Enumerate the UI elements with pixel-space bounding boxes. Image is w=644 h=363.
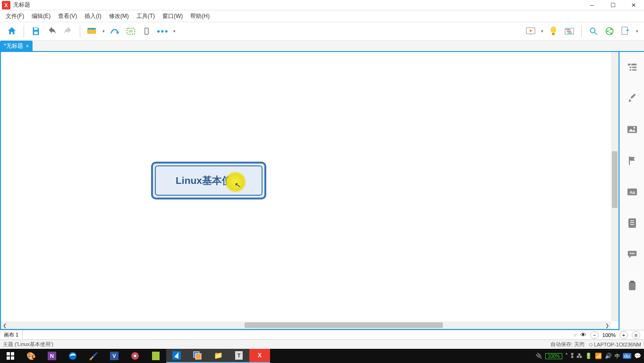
taskbar-app-onenote[interactable]: N	[42, 349, 62, 363]
wifi-icon[interactable]: 📶	[595, 353, 602, 359]
text-app-icon: T	[235, 351, 243, 360]
taskbar-app-paint[interactable]: 🎨	[21, 349, 42, 363]
taskbar-app-explorer[interactable]: 📁	[208, 349, 229, 363]
bluetooth-icon[interactable]: ⁑	[571, 353, 574, 359]
minimize-button[interactable]: ─	[582, 0, 602, 10]
tab-close-button[interactable]: ×	[26, 43, 29, 49]
svg-rect-61	[195, 354, 201, 359]
horizontal-scroll-thumb[interactable]	[245, 322, 443, 328]
volume-icon[interactable]: 🔊	[605, 353, 612, 359]
vertical-scrollbar[interactable]	[611, 52, 619, 321]
boundary-button[interactable]	[123, 23, 139, 39]
taskbar-app-xmind[interactable]: X	[249, 349, 270, 363]
more-dropdown[interactable]: ▾	[171, 29, 178, 34]
gantt-button[interactable]	[561, 23, 577, 39]
comments-panel-button[interactable]	[625, 247, 640, 262]
scroll-left-button[interactable]: ❮	[1, 323, 8, 328]
new-sheet-dropdown[interactable]: ▾	[100, 29, 107, 34]
menu-edit[interactable]: 编辑(E)	[28, 11, 54, 21]
svg-rect-48	[7, 356, 10, 360]
outline-icon	[627, 62, 637, 72]
status-selection: 主题 ('Linux基本使用')	[3, 341, 53, 348]
svg-rect-31	[627, 126, 636, 133]
summary-button[interactable]	[139, 23, 155, 39]
svg-rect-49	[11, 356, 14, 360]
close-button[interactable]: ✕	[623, 0, 644, 10]
save-button[interactable]	[28, 23, 44, 39]
format-panel-button[interactable]	[625, 91, 640, 106]
sheet-tab[interactable]: 画布 1	[0, 330, 23, 339]
taskbar-app-vmware[interactable]	[187, 349, 208, 363]
more-button[interactable]: •••	[155, 23, 171, 39]
taskbar-app-edge[interactable]	[62, 349, 83, 363]
notifications-icon[interactable]: 💬	[634, 353, 641, 359]
zoom-out-button[interactable]: −	[590, 331, 599, 339]
search-button[interactable]	[585, 23, 602, 39]
gantt-icon	[564, 27, 575, 35]
ime-indicator[interactable]: 中	[615, 353, 620, 360]
presentation-dropdown[interactable]: ▾	[539, 29, 545, 34]
status-bar: 主题 ('Linux基本使用') 自动保存: 关闭 LAPTOP-1OI236N…	[0, 339, 644, 349]
presentation-button[interactable]	[523, 23, 539, 39]
svg-text:N: N	[50, 353, 54, 359]
svg-text:X: X	[258, 352, 262, 359]
filter-icon[interactable]: ▿	[574, 332, 576, 338]
bluetooth2-icon[interactable]: ⁂	[576, 353, 582, 359]
svg-rect-1	[34, 32, 37, 35]
svg-point-16	[590, 28, 595, 33]
taskbar-app-visio[interactable]: V	[104, 349, 125, 363]
undo-icon	[47, 26, 57, 36]
home-button[interactable]	[4, 23, 20, 39]
menu-tools[interactable]: 工具(T)	[133, 11, 159, 21]
mindmap-canvas[interactable]: Linux基本使用 ↖	[1, 52, 611, 321]
vertical-scroll-thumb[interactable]	[612, 151, 618, 208]
undo-button[interactable]	[44, 23, 60, 39]
new-sheet-button[interactable]	[84, 23, 100, 39]
menu-window[interactable]: 窗口(W)	[159, 11, 186, 21]
taskbar-app-chrome[interactable]	[125, 349, 145, 363]
start-button[interactable]	[0, 349, 21, 363]
taskbar-app-mspaint[interactable]: 🖌️	[83, 349, 104, 363]
taskbar-app-notepadpp[interactable]	[145, 349, 166, 363]
view-toggle-icon[interactable]: 👁	[580, 331, 586, 338]
share-button[interactable]	[602, 23, 618, 39]
redo-button[interactable]	[60, 23, 76, 39]
relationship-button[interactable]	[107, 23, 123, 39]
battery-icon[interactable]: 🔋	[585, 353, 592, 359]
presentation-icon	[525, 26, 536, 36]
outline-panel-button[interactable]	[625, 60, 640, 75]
tray-expand-icon[interactable]: ˄	[565, 353, 568, 359]
du-indicator[interactable]: du	[623, 353, 631, 359]
menu-modify[interactable]: 修改(M)	[105, 11, 133, 21]
notes-panel-button[interactable]	[625, 216, 640, 231]
brainstorm-button[interactable]	[545, 23, 561, 39]
title-bar: X 无标题 ─ ☐ ✕	[0, 0, 644, 10]
task-panel-button[interactable]	[625, 278, 640, 293]
toolbar-separator	[24, 25, 24, 37]
menu-bar: 文件(F) 编辑(E) 查看(V) 插入(I) 修改(M) 工具(T) 窗口(W…	[0, 10, 644, 22]
taskbar-app-vscode[interactable]	[166, 349, 187, 363]
zoom-fit-button[interactable]: ≡	[632, 331, 640, 339]
export-dropdown[interactable]: ▾	[634, 29, 640, 34]
menu-insert[interactable]: 插入(I)	[81, 11, 105, 21]
marker-panel-button[interactable]	[625, 153, 640, 168]
export-button[interactable]	[618, 23, 634, 39]
image-panel-button[interactable]	[625, 122, 640, 137]
scroll-right-button[interactable]: ❯	[603, 323, 611, 328]
horizontal-scrollbar[interactable]: ❮ ❯	[1, 321, 611, 329]
menu-view[interactable]: 查看(V)	[54, 11, 81, 21]
battery-indicator[interactable]: 100%	[545, 353, 562, 359]
taskbar-app-text[interactable]: T	[229, 349, 249, 363]
document-tab[interactable]: *无标题 ×	[0, 41, 33, 51]
svg-point-10	[551, 26, 556, 33]
menu-file[interactable]: 文件(F)	[2, 11, 28, 21]
svg-rect-14	[567, 31, 571, 32]
menu-help[interactable]: 帮助(H)	[186, 11, 213, 21]
power-icon[interactable]: 🔌	[535, 353, 542, 359]
text-panel-button[interactable]: Aa	[625, 184, 640, 199]
zoom-in-button[interactable]: +	[619, 331, 628, 339]
clipboard-icon	[628, 280, 636, 291]
sheet-bar: 画布 1 ▿ 👁 − 100% + ≡	[0, 330, 644, 339]
maximize-button[interactable]: ☐	[602, 0, 623, 10]
central-topic-node[interactable]: Linux基本使用	[151, 162, 266, 199]
